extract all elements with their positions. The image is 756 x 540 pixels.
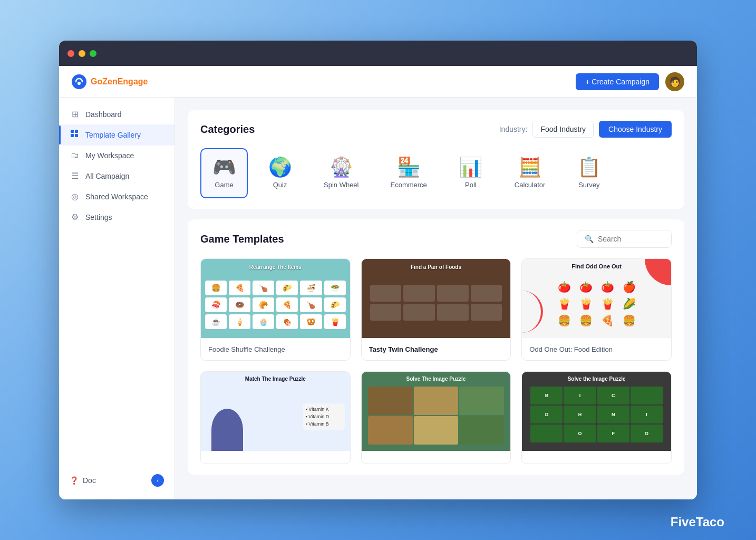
avatar: 🧑 (665, 72, 684, 91)
sidebar-item-shared-workspace[interactable]: ◎ Shared Workspace (59, 186, 175, 207)
category-item-spin-wheel[interactable]: 🎡 Spin Wheel (312, 148, 370, 198)
sidebar-item-label-dashboard: Dashboard (85, 110, 122, 119)
use-template-button-match1[interactable]: Use This Template (233, 413, 317, 430)
category-item-game[interactable]: 🎮 Game (200, 148, 248, 198)
game-templates-section: Game Templates 🔍 Rearrange The Items (188, 219, 684, 475)
industry-control: Industry: Food Industry Choose Industry (499, 121, 672, 138)
sidebar-item-dashboard[interactable]: ⊞ Dashboard (59, 104, 175, 124)
sidebar-item-settings[interactable]: ⚙ Settings (59, 207, 175, 227)
calculator-icon: 🧮 (518, 158, 542, 177)
all-campaign-icon: ☰ (70, 171, 80, 181)
odd-cell: 🍟 (558, 297, 571, 310)
search-input[interactable] (598, 235, 664, 243)
sidebar-item-all-campaign[interactable]: ☰ All Campaign (59, 166, 175, 186)
template-thumbnail-match2: Solve The Image Puzzle (362, 372, 511, 451)
browser-window: GoZenEngage + Create Campaign 🧑 ⊞ Dashbo… (59, 41, 697, 499)
dashboard-icon: ⊞ (70, 109, 80, 119)
minimize-button[interactable] (79, 50, 85, 57)
sidebar-item-label-settings: Settings (85, 213, 112, 221)
sidebar-item-label-my-workspace: My Workspace (85, 151, 134, 160)
svg-point-0 (77, 82, 81, 85)
view-template-button-foodie[interactable]: View Template (233, 280, 317, 296)
quiz-icon: 🌍 (268, 158, 292, 177)
close-button[interactable] (67, 50, 74, 57)
create-campaign-button[interactable]: + Create Campaign (576, 73, 659, 90)
sidebar-nav: ⊞ Dashboard Templ (59, 104, 175, 468)
category-name-calculator: Calculator (515, 181, 546, 189)
logo-text: GoZenEngage (91, 77, 148, 86)
industry-select[interactable]: Food Industry (532, 121, 594, 138)
doc-label: Doc (83, 476, 96, 485)
template-card-match3[interactable]: Solve the Image Puzzle B I C D H N I (521, 371, 672, 464)
odd-cell: 🍔 (558, 314, 571, 327)
odd-cell: 🍔 (623, 314, 636, 327)
odd-cell: 🍅 (558, 281, 571, 293)
use-template-button-foodie[interactable]: Use This Template (233, 301, 317, 317)
header: GoZenEngage + Create Campaign 🧑 (59, 66, 697, 98)
template-card-odd[interactable]: Find Odd One Out 🍅 🍅 🍅 🍎 (521, 258, 672, 361)
template-name-foodie: Foodie Shuffle Challenge (208, 345, 285, 353)
active-indicator (59, 126, 61, 144)
template-card-match1[interactable]: Match The Image Puzzle ▪ Vitamin K ▪ Vit… (200, 371, 351, 464)
category-item-calculator[interactable]: 🧮 Calculator (503, 148, 557, 198)
sidebar-item-template-gallery[interactable]: Template Gallery (59, 124, 175, 146)
sidebar: ⊞ Dashboard Templ (59, 98, 175, 499)
content-area: Categories Industry: Food Industry Choos… (175, 98, 697, 499)
category-item-ecommerce[interactable]: 🏪 Ecommerce (379, 148, 438, 198)
collapse-button[interactable]: ‹ (151, 474, 164, 487)
fivetaco-brand: FiveTaco (671, 515, 724, 529)
spin-wheel-icon: 🎡 (329, 158, 353, 177)
workspace-icon: 🗂 (70, 151, 80, 160)
categories-title: Categories (200, 123, 255, 136)
template-gallery-icon (70, 130, 80, 140)
svg-rect-4 (75, 134, 78, 137)
maximize-button[interactable] (90, 50, 96, 57)
odd-cell: 🍟 (601, 297, 614, 310)
odd-cell: 🍅 (579, 281, 593, 293)
doc-link[interactable]: ❓ Doc (70, 476, 96, 485)
doc-icon: ❓ (70, 476, 79, 485)
categories-header: Categories Industry: Food Industry Choos… (200, 121, 672, 138)
template-card-match2[interactable]: Solve The Image Puzzle (361, 371, 511, 464)
template-thumbnail-foodie-shuffle: Rearrange The Items 🍔 🍕 🍗 🌮 🍜 🥗 🍣 (201, 259, 350, 338)
view-template-button-match2[interactable]: View Template (394, 393, 478, 409)
template-card-foodie-shuffle[interactable]: Rearrange The Items 🍔 🍕 🍗 🌮 🍜 🥗 🍣 (200, 258, 351, 361)
odd-cell: 🍔 (579, 314, 593, 327)
view-template-button-match1[interactable]: View Template (233, 393, 317, 409)
category-name-spin-wheel: Spin Wheel (324, 181, 358, 189)
ecommerce-icon: 🏪 (397, 158, 421, 177)
template-info-match3 (522, 451, 671, 464)
settings-icon: ⚙ (70, 212, 80, 222)
template-info-odd: Odd One Out: Food Edition (522, 338, 671, 360)
sidebar-item-my-workspace[interactable]: 🗂 My Workspace (59, 146, 175, 166)
template-thumbnail-match3: Solve the Image Puzzle B I C D H N I (522, 372, 671, 451)
category-item-poll[interactable]: 📊 Poll (447, 148, 495, 198)
survey-icon: 📋 (577, 158, 601, 177)
svg-rect-1 (71, 130, 74, 133)
svg-rect-3 (71, 134, 74, 137)
search-box[interactable]: 🔍 (577, 230, 672, 248)
template-card-tasty-twin[interactable]: Find a Pair of Foods (361, 258, 511, 361)
use-template-button-tasty[interactable]: Use This Template (394, 301, 478, 317)
header-right: + Create Campaign 🧑 (576, 72, 684, 91)
choose-industry-button[interactable]: Choose Industry (599, 121, 672, 138)
category-item-survey[interactable]: 📋 Survey (565, 148, 613, 198)
main-area: ⊞ Dashboard Templ (59, 98, 697, 499)
template-info-match2 (362, 451, 511, 464)
view-template-button-match3[interactable]: View Template (555, 393, 639, 409)
use-template-button-match2[interactable]: Use This Template (394, 413, 478, 430)
traffic-lights (67, 50, 96, 57)
template-thumbnail-tasty: Find a Pair of Foods (362, 259, 511, 338)
sidebar-item-label-template-gallery: Template Gallery (85, 131, 141, 139)
svg-rect-2 (75, 130, 78, 133)
odd-cell: 🍕 (601, 314, 614, 327)
poll-icon: 📊 (459, 158, 482, 177)
app-content: GoZenEngage + Create Campaign 🧑 ⊞ Dashbo… (59, 66, 697, 499)
template-name-odd: Odd One Out: Food Edition (529, 345, 613, 353)
view-template-button-tasty[interactable]: View Template (394, 280, 478, 296)
use-template-button-match3[interactable]: Use This Template (555, 413, 639, 430)
odd-cell: 🌽 (623, 297, 636, 310)
sidebar-item-label-all-campaign: All Campaign (85, 172, 129, 180)
category-item-quiz[interactable]: 🌍 Quiz (256, 148, 304, 198)
odd-cell: 🍟 (579, 297, 593, 310)
